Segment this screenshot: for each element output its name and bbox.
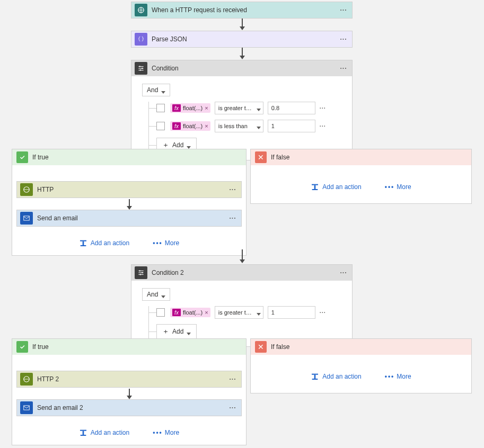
expression-pill[interactable]: fx float(...) × (170, 121, 210, 131)
chevron-down-icon (257, 124, 261, 128)
add-action-button[interactable]: Add an action (79, 429, 129, 436)
svg-rect-21 (314, 375, 316, 379)
condition-2-header[interactable]: Condition 2 ··· (131, 265, 352, 281)
dots-icon: ••• (153, 429, 163, 436)
condition-more-button[interactable]: ··· (338, 65, 349, 72)
email-action-title: Send an email (37, 214, 227, 222)
if-false-header: ✕ If false (251, 149, 471, 165)
control-icon (135, 62, 147, 75)
svg-rect-20 (312, 374, 318, 375)
http-icon (20, 183, 33, 196)
expression-pill[interactable]: fx float(...) × (170, 103, 210, 113)
add-label: Add (172, 141, 183, 149)
add-action-label: Add an action (322, 183, 361, 191)
add-action-label: Add an action (322, 373, 361, 380)
expression-pill[interactable]: fx float(...) × (170, 308, 210, 317)
http-request-icon (135, 4, 147, 16)
braces-icon (135, 33, 147, 46)
http-action-title: HTTP (37, 186, 227, 193)
email-2-action-card[interactable]: Send an email 2 ··· (16, 399, 242, 416)
email-2-action-more-button[interactable]: ··· (227, 404, 238, 411)
operator-dropdown[interactable]: is less than (215, 120, 263, 132)
remove-pill-button[interactable]: × (205, 105, 208, 111)
remove-pill-button[interactable]: × (205, 309, 208, 316)
http-action-card[interactable]: HTTP ··· (16, 181, 242, 198)
more-label: More (397, 373, 411, 380)
condition-2-card: Condition 2 ··· And fx float(...) × is g… (131, 264, 353, 347)
value-input[interactable]: 1 (268, 120, 315, 132)
more-button[interactable]: ••• More (153, 239, 179, 247)
email-action-card[interactable]: Send an email ··· (16, 210, 242, 227)
svg-rect-7 (82, 241, 84, 246)
group-operator-dropdown[interactable]: And (142, 84, 170, 96)
row-more-button[interactable]: ··· (320, 123, 326, 129)
row-checkbox[interactable] (156, 122, 165, 130)
more-button[interactable]: ••• More (153, 429, 179, 436)
fx-icon: fx (172, 122, 181, 130)
parse-json-title: Parse JSON (152, 35, 338, 43)
chevron-down-icon (257, 106, 261, 110)
chevron-down-icon (161, 88, 165, 92)
if-false-label: If false (271, 154, 289, 161)
dots-icon: ••• (385, 373, 395, 380)
add-condition-button[interactable]: ＋ Add (156, 324, 197, 339)
group-operator-dropdown[interactable]: And (142, 288, 170, 301)
row-checkbox[interactable] (156, 308, 165, 317)
check-icon (16, 151, 28, 163)
remove-pill-button[interactable]: × (205, 123, 208, 129)
http-2-action-more-button[interactable]: ··· (227, 375, 238, 383)
add-label: Add (172, 328, 183, 335)
parse-json-card[interactable]: Parse JSON ··· (131, 31, 353, 48)
value-input[interactable]: 0.8 (268, 102, 315, 114)
email-2-action-title: Send an email 2 (37, 404, 227, 411)
operator-dropdown[interactable]: is greater than o... (215, 102, 263, 114)
operator-dropdown[interactable]: is greater than o... (215, 306, 263, 319)
http-2-action-title: HTTP 2 (37, 375, 227, 383)
row-more-button[interactable]: ··· (320, 309, 326, 316)
chevron-down-icon (161, 292, 165, 297)
fx-icon: fx (172, 104, 181, 112)
group-operator-label: And (147, 86, 158, 94)
value-input[interactable]: 1 (268, 306, 315, 319)
svg-point-3 (140, 69, 141, 70)
http-icon (20, 373, 33, 386)
pill-label: float(...) (183, 123, 203, 129)
svg-rect-16 (24, 406, 30, 410)
http-2-action-card[interactable]: HTTP 2 ··· (16, 371, 242, 388)
fx-icon: fx (172, 309, 181, 316)
row-checkbox[interactable] (156, 104, 165, 112)
value-text: 0.8 (271, 105, 279, 111)
http-action-more-button[interactable]: ··· (227, 186, 238, 193)
more-button[interactable]: ••• More (385, 183, 411, 191)
svg-point-12 (139, 270, 140, 271)
row-more-button[interactable]: ··· (320, 105, 326, 111)
add-action-button[interactable]: Add an action (311, 183, 361, 191)
group-operator-label: And (147, 291, 158, 298)
more-label: More (165, 239, 179, 247)
trigger-more-button[interactable]: ··· (338, 6, 349, 14)
outlook-icon (20, 212, 33, 225)
chevron-down-icon (187, 329, 191, 334)
condition-header[interactable]: Condition ··· (131, 60, 352, 76)
svg-rect-17 (80, 430, 86, 431)
add-row: ＋ Add (149, 324, 341, 339)
if-false-header: ✕ If false (251, 339, 471, 355)
operator-label: is greater than o... (218, 105, 253, 111)
condition-2-more-button[interactable]: ··· (338, 269, 349, 276)
arrow-icon (238, 48, 247, 59)
more-label: More (165, 429, 179, 436)
svg-rect-9 (312, 184, 318, 185)
svg-rect-8 (80, 245, 86, 246)
more-button[interactable]: ••• More (385, 373, 411, 380)
svg-rect-5 (24, 216, 30, 220)
trigger-card[interactable]: When a HTTP request is received ··· (131, 2, 353, 19)
parse-json-more-button[interactable]: ··· (338, 35, 349, 43)
cross-icon: ✕ (255, 341, 267, 353)
dots-icon: ••• (153, 239, 163, 247)
add-action-button[interactable]: Add an action (311, 373, 361, 380)
condition-row: fx float(...) × is less than 1 ··· (149, 120, 341, 132)
email-action-more-button[interactable]: ··· (227, 214, 238, 222)
svg-rect-6 (80, 240, 86, 241)
svg-rect-10 (314, 185, 316, 190)
add-action-button[interactable]: Add an action (79, 239, 129, 247)
